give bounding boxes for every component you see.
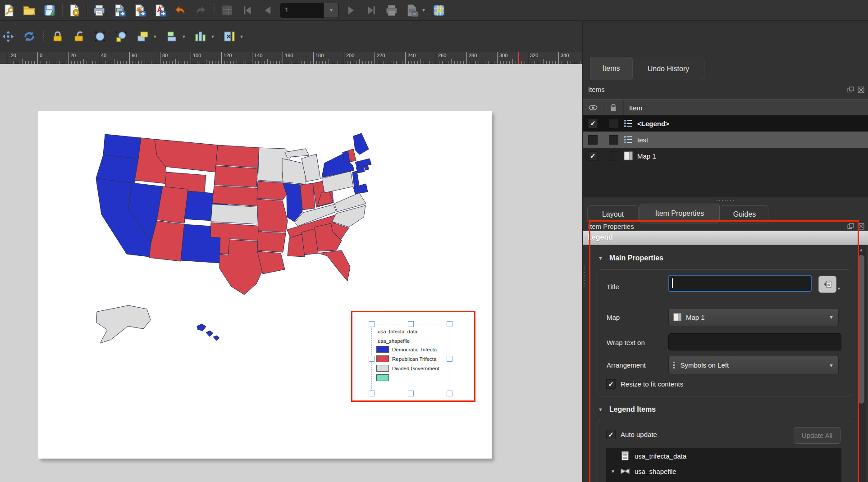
item-row-legend[interactable]: ✓<Legend> bbox=[583, 115, 868, 132]
atlas-previous-feature-button[interactable] bbox=[260, 2, 276, 18]
chevron-down-icon: ▼ bbox=[829, 314, 834, 320]
selection-handle[interactable] bbox=[447, 391, 452, 396]
export-svg-button[interactable] bbox=[132, 2, 148, 18]
lock-checkbox[interactable] bbox=[609, 119, 618, 128]
selection-handle[interactable] bbox=[447, 356, 452, 362]
title-data-defined-dropdown-arrow[interactable]: ▼ bbox=[837, 286, 841, 291]
lock-column-lock-icon bbox=[608, 103, 618, 113]
print-atlas-button[interactable] bbox=[384, 2, 400, 18]
item-row-test[interactable]: test bbox=[583, 132, 868, 148]
selection-handle[interactable] bbox=[369, 356, 375, 362]
legend-item[interactable]: usa_trifecta_data usa_shapefile Democrat… bbox=[371, 324, 449, 393]
print-gray-icon bbox=[385, 4, 398, 17]
raise-items-button[interactable] bbox=[134, 28, 151, 45]
move-item-content-button[interactable] bbox=[0, 28, 16, 45]
tab-guides[interactable]: Guides bbox=[721, 205, 768, 223]
lock-items-button[interactable] bbox=[50, 28, 66, 45]
collapse-triangle-icon: ▼ bbox=[598, 407, 603, 412]
selection-handle[interactable] bbox=[447, 321, 452, 327]
scrollbar-thumb[interactable] bbox=[858, 255, 864, 404]
atlas-page-combo[interactable]: 1▼ bbox=[280, 3, 339, 18]
tab-item-properties[interactable]: Item Properties bbox=[640, 204, 720, 223]
atlas-last-feature-button[interactable] bbox=[363, 2, 379, 18]
selection-handle[interactable] bbox=[369, 321, 375, 327]
atlas-icon bbox=[220, 4, 234, 17]
deselect-items-button[interactable] bbox=[113, 28, 129, 45]
resize-to-fit-checkbox[interactable]: ✓ bbox=[606, 379, 616, 389]
tree-row-usa_shapefile[interactable]: ▼usa_shapefile bbox=[611, 466, 676, 477]
export-pdf-button[interactable] bbox=[152, 2, 168, 18]
undo-button[interactable] bbox=[172, 2, 188, 18]
print-button[interactable] bbox=[91, 2, 107, 18]
scroll-up-arrow[interactable]: ▲ bbox=[859, 247, 863, 252]
ruler-label: 80 bbox=[160, 52, 168, 64]
chevron-down-icon[interactable]: ▼ bbox=[153, 34, 158, 39]
close-panel-icon[interactable] bbox=[857, 86, 865, 95]
chevron-down-icon[interactable]: ▼ bbox=[210, 34, 216, 39]
chevron-down-icon[interactable]: ▼ bbox=[421, 8, 427, 13]
align-icon bbox=[164, 30, 178, 43]
atlas-next-feature-button[interactable] bbox=[343, 2, 359, 18]
polygon-layer-icon bbox=[620, 466, 630, 477]
main-properties-section-header[interactable]: ▼ Main Properties bbox=[598, 254, 663, 262]
item-properties-panel-title: Item Properties bbox=[588, 223, 634, 230]
export-atlas-button[interactable] bbox=[404, 2, 420, 18]
title-data-defined-button[interactable] bbox=[818, 276, 836, 293]
open-layout-button[interactable] bbox=[21, 2, 37, 18]
tab-undo-history[interactable]: Undo History bbox=[632, 58, 704, 80]
legend-items-section-header[interactable]: ▼ Legend Items bbox=[598, 405, 656, 414]
export-image-button[interactable] bbox=[111, 2, 128, 18]
items-panel-title: Items bbox=[588, 86, 605, 93]
chevron-down-icon[interactable]: ▼ bbox=[324, 3, 338, 18]
distribute-icon bbox=[193, 30, 207, 43]
selection-handle[interactable] bbox=[369, 391, 375, 396]
dock-splitter-handle[interactable] bbox=[582, 267, 585, 288]
print-icon bbox=[92, 4, 106, 17]
redo-button[interactable] bbox=[192, 2, 209, 18]
update-all-button[interactable]: Update All bbox=[794, 427, 841, 444]
panel-splitter-handle[interactable] bbox=[717, 199, 735, 201]
chevron-down-icon[interactable]: ▼ bbox=[182, 34, 187, 39]
layout-properties-button[interactable] bbox=[1, 2, 17, 18]
undo-icon bbox=[174, 4, 187, 17]
visibility-checkbox[interactable]: ✓ bbox=[588, 151, 598, 161]
map-icon bbox=[672, 312, 682, 322]
lock-checkbox[interactable] bbox=[609, 135, 618, 145]
map-select[interactable]: Map 1 ▼ bbox=[668, 308, 839, 326]
ruler-label: 180 bbox=[313, 52, 324, 64]
state-ar bbox=[257, 232, 286, 252]
refresh-view-button[interactable] bbox=[21, 28, 37, 45]
layout-settings-button[interactable] bbox=[66, 2, 82, 18]
chevron-down-icon[interactable]: ▼ bbox=[239, 34, 245, 39]
float-panel-icon[interactable] bbox=[847, 86, 854, 95]
selection-handle[interactable] bbox=[408, 321, 414, 327]
resize-items-button[interactable] bbox=[221, 28, 237, 45]
title-input[interactable] bbox=[668, 275, 812, 292]
map-item-usa[interactable] bbox=[83, 131, 372, 356]
save-project-button[interactable] bbox=[41, 2, 58, 18]
expand-caret-icon[interactable]: ▼ bbox=[611, 469, 620, 474]
distribute-items-button[interactable] bbox=[192, 28, 208, 45]
atlas-first-feature-button[interactable] bbox=[239, 2, 256, 18]
wrap-text-input[interactable] bbox=[668, 333, 841, 350]
auto-update-checkbox[interactable]: ✓ bbox=[606, 430, 616, 439]
deselect-icon bbox=[114, 30, 128, 43]
tab-layout[interactable]: Layout bbox=[587, 205, 639, 223]
selection-handle[interactable] bbox=[408, 391, 414, 396]
visibility-checkbox[interactable]: ✓ bbox=[588, 119, 598, 128]
preview-atlas-button[interactable] bbox=[219, 2, 235, 18]
arrangement-select[interactable]: Symbols on Left ▼ bbox=[668, 356, 839, 374]
item-row-map1[interactable]: ✓Map 1 bbox=[583, 148, 868, 164]
unlock-items-button[interactable] bbox=[71, 28, 87, 45]
select-all-items-button[interactable] bbox=[92, 28, 108, 45]
tab-items[interactable]: Items bbox=[590, 57, 632, 80]
lock-checkbox[interactable] bbox=[609, 151, 618, 161]
properties-scrollbar[interactable]: ▲ bbox=[857, 245, 866, 482]
layout-canvas[interactable]: usa_trifecta_data usa_shapefile Democrat… bbox=[0, 64, 582, 482]
tree-row-usa_trifecta_data[interactable]: usa_trifecta_data bbox=[611, 450, 686, 461]
visibility-checkbox[interactable] bbox=[588, 135, 598, 145]
layout-page[interactable]: usa_trifecta_data usa_shapefile Democrat… bbox=[38, 111, 492, 459]
align-items-button[interactable] bbox=[163, 28, 179, 45]
ruler-label: 20 bbox=[68, 52, 76, 64]
atlas-settings-button[interactable] bbox=[431, 2, 447, 18]
